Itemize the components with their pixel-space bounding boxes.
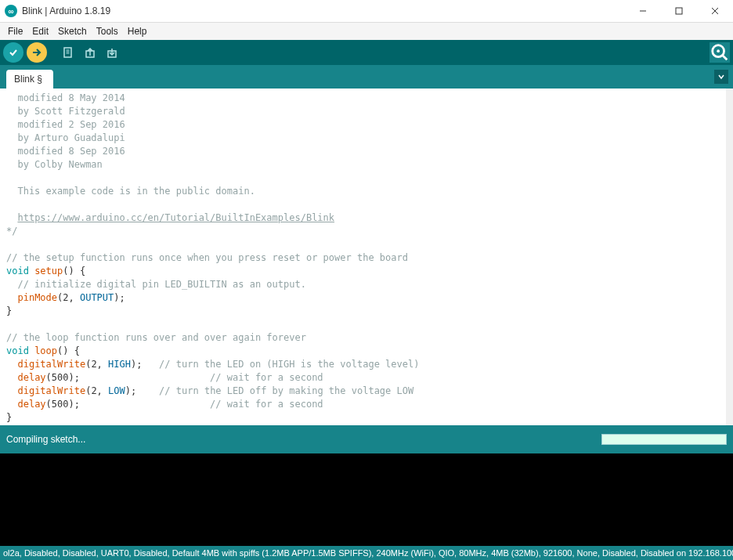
menu-file[interactable]: File <box>3 24 27 38</box>
svg-point-15 <box>717 49 720 52</box>
minimize-button[interactable] <box>625 0 661 23</box>
close-button[interactable] <box>697 0 733 23</box>
board-info-text: ol2a, Disabled, Disabled, UART0, Disable… <box>3 548 733 558</box>
save-sketch-button[interactable] <box>102 42 122 63</box>
arduino-app-icon: ∞ <box>5 5 17 17</box>
menu-tools[interactable]: Tools <box>92 24 123 38</box>
svg-line-14 <box>723 56 728 60</box>
status-message: Compiling sketch... <box>6 434 85 445</box>
compile-progress-bar <box>601 434 727 445</box>
serial-monitor-button[interactable] <box>710 42 730 63</box>
code-content[interactable]: modified 8 May 2014 by Scott Fitzgerald … <box>0 89 733 425</box>
open-sketch-button[interactable] <box>80 42 100 63</box>
upload-button[interactable] <box>27 42 47 63</box>
output-console[interactable] <box>0 453 733 546</box>
vertical-scrollbar[interactable] <box>726 89 733 425</box>
board-info-footer: ol2a, Disabled, Disabled, UART0, Disable… <box>0 546 733 560</box>
window-title: Blink | Arduino 1.8.19 <box>22 5 110 16</box>
titlebar: ∞ Blink | Arduino 1.8.19 <box>0 0 733 23</box>
toolbar <box>0 40 733 65</box>
menu-sketch[interactable]: Sketch <box>53 24 92 38</box>
verify-button[interactable] <box>3 42 23 63</box>
status-bar: Compiling sketch... <box>0 425 733 453</box>
menubar: File Edit Sketch Tools Help <box>0 23 733 40</box>
svg-rect-5 <box>64 48 71 57</box>
maximize-button[interactable] <box>661 0 697 23</box>
new-sketch-button[interactable] <box>58 42 78 63</box>
menu-help[interactable]: Help <box>123 24 152 38</box>
tabbar: Blink § <box>0 65 733 89</box>
code-editor[interactable]: modified 8 May 2014 by Scott Fitzgerald … <box>0 89 733 425</box>
tab-menu-dropdown[interactable] <box>714 70 728 84</box>
svg-rect-1 <box>676 8 682 14</box>
menu-edit[interactable]: Edit <box>27 24 53 38</box>
tab-blink[interactable]: Blink § <box>6 70 53 89</box>
